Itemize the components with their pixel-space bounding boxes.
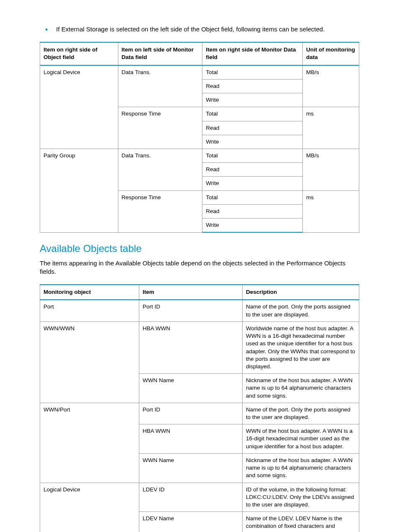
table-cell: Write — [202, 218, 303, 233]
table-cell: Read — [202, 121, 303, 135]
col-header: Description — [243, 285, 359, 300]
table-cell: WWN Name — [139, 374, 243, 403]
table-cell: Write — [202, 93, 303, 107]
table-cell: ms — [302, 107, 359, 149]
monitor-data-table: Item on right side of Object field Item … — [40, 42, 359, 233]
table-cell: HBA WWN — [139, 321, 243, 373]
table-cell: LDEV Name — [139, 512, 243, 532]
col-header: Monitoring object — [40, 285, 139, 300]
table-cell: ms — [302, 190, 359, 232]
table-cell: Total — [202, 149, 303, 163]
col-header: Item on left side of Monitor Data field — [118, 42, 202, 65]
col-header: Unit of monitoring data — [302, 42, 359, 65]
table-cell: Data Trans. — [118, 65, 202, 107]
table-cell: Name of the port. Only the ports assigne… — [243, 300, 359, 321]
bullet-icon: • — [45, 26, 48, 33]
table-cell: Total — [202, 190, 303, 204]
table-cell: WWN Name — [139, 453, 243, 483]
table-cell: HBA WWN — [139, 424, 243, 454]
col-header: Item on right side of Object field — [40, 42, 118, 65]
table-cell: Response Time — [118, 190, 202, 232]
table-cell: Read — [202, 163, 303, 177]
table-cell: WWN/Port — [40, 403, 139, 483]
table-cell: Logical Device — [40, 65, 118, 149]
table-cell: Name of the port. Only the ports assigne… — [243, 403, 359, 424]
table-cell: Nickname of the host bus adapter. A WWN … — [243, 374, 359, 403]
table-cell: Logical Device — [40, 483, 139, 532]
table-cell: LDEV ID — [139, 483, 243, 512]
bullet-text: If External Storage is selected on the l… — [56, 25, 359, 33]
table-cell: Read — [202, 204, 303, 218]
col-header: Item — [139, 285, 243, 300]
table-cell: Total — [202, 107, 303, 121]
available-objects-table: Monitoring object Item Description PortP… — [40, 284, 359, 532]
section-heading: Available Objects table — [40, 242, 359, 255]
section-description: The items appearing in the Available Obj… — [40, 259, 359, 276]
table-cell: Response Time — [118, 107, 202, 149]
table-cell: ID of the volume, in the following forma… — [243, 483, 359, 512]
table-cell: WWN/WWN — [40, 321, 139, 403]
table-cell: Read — [202, 79, 303, 93]
table-cell: Name of the LDEV. LDEV Name is the combi… — [243, 512, 359, 532]
bullet-item: • If External Storage is selected on the… — [45, 25, 359, 33]
table-cell: Port ID — [139, 300, 243, 321]
table-cell: Parity Group — [40, 149, 118, 233]
table-cell: MB/s — [302, 65, 359, 107]
table-cell: Write — [202, 177, 303, 190]
table-cell: MB/s — [302, 149, 359, 191]
table-cell: Port ID — [139, 403, 243, 424]
table-cell: Total — [202, 65, 303, 80]
col-header: Item on right side of Monitor Data field — [202, 42, 303, 65]
table-cell: Data Trans. — [118, 149, 202, 191]
table-cell: Worldwide name of the host bus adapter. … — [243, 321, 359, 373]
table-cell: WWN of the host bus adapter. A WWN is a … — [243, 424, 359, 454]
table-cell: Write — [202, 135, 303, 149]
table-cell: Nickname of the host bus adapter. A WWN … — [243, 453, 359, 483]
table-cell: Port — [40, 300, 139, 321]
